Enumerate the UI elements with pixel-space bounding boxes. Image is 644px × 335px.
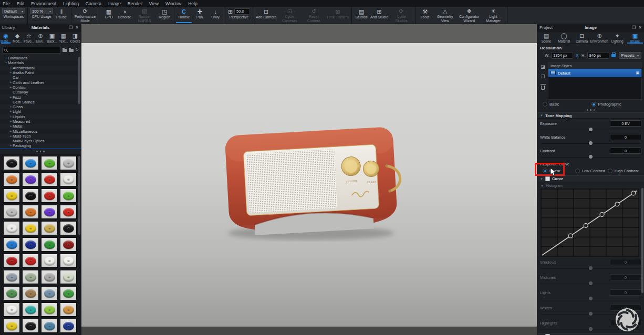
search-input[interactable] <box>2 47 61 54</box>
library-tab-text[interactable]: ▦Text... <box>58 32 69 44</box>
region-button[interactable]: ◳Region <box>157 7 172 23</box>
slider-thumb[interactable] <box>589 327 593 331</box>
slider-thumb[interactable] <box>589 312 593 316</box>
shadows-slider[interactable] <box>541 266 640 272</box>
presets-button[interactable]: Presets▾ <box>619 52 641 59</box>
duplicate-style-icon[interactable]: ❐ <box>541 74 545 79</box>
slider-thumb[interactable] <box>589 281 593 285</box>
menu-image[interactable]: Image <box>108 1 121 6</box>
performance-mode-button[interactable]: ⟳Performance Mode <box>73 7 97 23</box>
menu-edit[interactable]: Edit <box>17 1 25 6</box>
material-swatch-37[interactable] <box>22 302 39 317</box>
exposure-slider[interactable] <box>541 127 640 132</box>
curve-control-point[interactable] <box>584 223 588 227</box>
material-swatch-2[interactable] <box>41 156 58 170</box>
material-swatch-0[interactable] <box>3 156 20 170</box>
tree-item-packaging[interactable]: +Packaging <box>0 143 81 148</box>
library-tab-back[interactable]: ▣Back... <box>46 32 58 44</box>
denoise-button[interactable]: ◑Denoise <box>117 7 132 23</box>
library-tab-favo[interactable]: ☆Favo... <box>23 32 35 44</box>
workspaces-dropdown[interactable]: Default▾ <box>2 8 25 14</box>
resolution-width-field[interactable]: 1354 px <box>551 52 573 59</box>
material-swatch-38[interactable] <box>41 302 58 317</box>
perspective-value-field[interactable]: 50.0 <box>234 8 250 15</box>
material-swatch-30[interactable] <box>41 270 58 284</box>
save-style-icon[interactable]: ▣ <box>636 71 639 75</box>
material-swatch-16[interactable] <box>3 221 20 235</box>
menu-view[interactable]: View <box>149 1 159 6</box>
slider-thumb[interactable] <box>589 266 593 270</box>
tree-item-gem-stones[interactable]: Gem Stones <box>0 100 81 104</box>
material-swatch-27[interactable] <box>60 254 77 268</box>
tree-item-liquids[interactable]: +Liquids <box>0 114 81 119</box>
pause-button[interactable]: ‖Pause <box>54 7 69 23</box>
material-swatch-11[interactable] <box>60 189 77 203</box>
radio-low-contrast[interactable]: Low Contrast <box>575 169 608 173</box>
material-swatch-13[interactable] <box>22 205 39 219</box>
tree-expander-icon[interactable]: + <box>9 134 13 138</box>
tree-item-measured[interactable]: +Measured <box>0 119 81 124</box>
project-tab-image[interactable]: ▣Image <box>626 32 644 44</box>
material-swatch-18[interactable] <box>41 221 58 235</box>
gpu-button[interactable]: ▦GPU <box>101 7 117 23</box>
curve-section-row[interactable]: ▼ Curve <box>537 175 644 182</box>
material-swatch-22[interactable] <box>41 237 58 252</box>
tumble-button[interactable]: CTumble <box>176 7 192 23</box>
resolution-lock-icon[interactable] <box>611 54 616 57</box>
tree-expander-icon[interactable]: + <box>9 81 13 85</box>
exposure-value[interactable]: 0 EV <box>610 120 641 127</box>
light-manager-button[interactable]: ☀Light Manager <box>481 7 505 23</box>
material-swatch-7[interactable] <box>60 172 77 186</box>
tree-scrollbar[interactable] <box>78 57 80 104</box>
dolly-button[interactable]: ↓Dolly <box>207 7 223 23</box>
slider-thumb[interactable] <box>589 155 593 159</box>
geometry-view-button[interactable]: △Geometry View <box>433 7 457 23</box>
material-swatch-23[interactable] <box>60 237 77 252</box>
material-swatch-15[interactable] <box>60 205 77 219</box>
curve-control-point[interactable] <box>600 213 604 217</box>
midtones-value[interactable]: 0 <box>610 274 641 280</box>
lights-slider[interactable] <box>541 296 640 302</box>
tree-item-materials[interactable]: −Materials <box>0 60 81 65</box>
material-swatch-40[interactable] <box>3 319 20 333</box>
cpu-usage-dropdown[interactable]: 100 %▾ <box>30 8 53 14</box>
project-tab-camera[interactable]: ⊡Camera <box>573 32 591 44</box>
tree-expander-icon[interactable]: + <box>4 56 8 60</box>
tree-expander-icon[interactable]: + <box>9 71 13 75</box>
material-swatch-8[interactable] <box>3 189 20 203</box>
project-tab-environment[interactable]: ⊕Environment <box>590 32 608 44</box>
tree-expander-icon[interactable]: + <box>9 110 13 113</box>
tree-expander-icon[interactable]: + <box>9 96 13 99</box>
menu-camera[interactable]: Camera <box>86 1 101 6</box>
tone-mapping-header[interactable]: ▼ Tone Mapping <box>537 112 644 119</box>
tree-expander-icon[interactable]: + <box>9 124 13 128</box>
slider-thumb[interactable] <box>589 297 593 300</box>
tree-expander-icon[interactable]: + <box>9 105 13 109</box>
tools-button[interactable]: ⚒Tools <box>417 7 433 23</box>
radio-high-contrast[interactable]: High Contrast <box>608 169 640 173</box>
tree-item-axalta-paint[interactable]: +Axalta Paint <box>0 70 81 75</box>
tree-item-multi-layer-optics[interactable]: Multi-Layer Optics <box>0 139 81 143</box>
menu-render[interactable]: Render <box>128 1 142 6</box>
material-swatch-33[interactable] <box>22 286 39 300</box>
tree-item-metal[interactable]: +Metal <box>0 124 81 129</box>
material-swatch-35[interactable] <box>60 286 77 300</box>
tree-expander-icon[interactable]: + <box>9 120 13 123</box>
perspective-button[interactable]: ⊞50.0Perspective <box>227 7 251 23</box>
tree-item-mold-tech[interactable]: +Mold-Tech <box>0 134 81 139</box>
contrast-value[interactable]: 0 <box>610 148 641 154</box>
lights-value[interactable]: 0 <box>610 289 641 296</box>
material-swatch-24[interactable] <box>3 254 20 268</box>
project-tab-scene[interactable]: ▤Scene <box>537 32 555 44</box>
configurator-wizard-button[interactable]: ❖Configurator Wizard <box>457 7 481 23</box>
tree-item-contour[interactable]: +Contour <box>0 85 81 90</box>
material-swatch-43[interactable] <box>60 319 77 333</box>
swatch-scrollbar[interactable] <box>78 156 80 235</box>
material-swatch-25[interactable] <box>22 254 39 268</box>
material-swatch-20[interactable] <box>3 237 20 252</box>
radio-photographic[interactable]: Photographic <box>591 102 640 107</box>
add-folder-icon[interactable] <box>63 49 67 52</box>
material-swatch-29[interactable] <box>22 270 39 284</box>
tree-item-architectural[interactable]: +Architectural <box>0 66 81 70</box>
cpu-usage-button[interactable]: 100 %▾CPU Usage <box>29 7 54 23</box>
